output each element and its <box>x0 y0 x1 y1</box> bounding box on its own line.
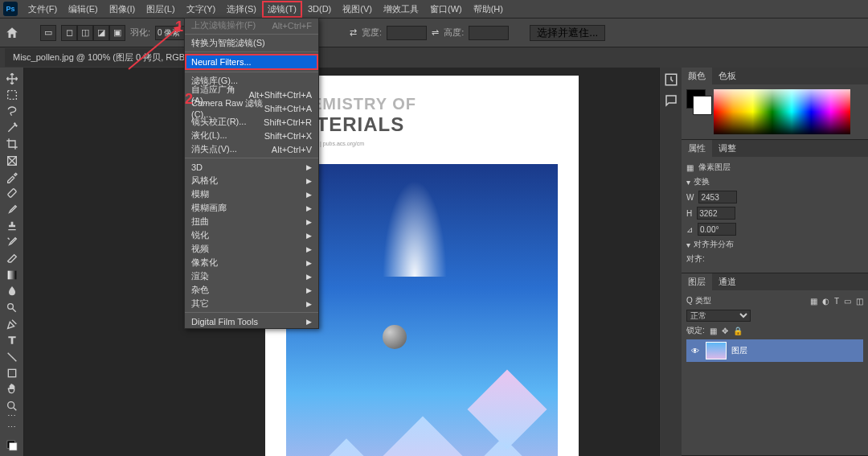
heal-tool-icon[interactable] <box>2 185 22 201</box>
menu-item[interactable]: 渲染▶ <box>185 269 318 283</box>
menu-item[interactable]: Camera Raw 滤镜(C)...Shift+Ctrl+A <box>185 101 318 115</box>
frame-tool-icon[interactable] <box>2 153 22 169</box>
move-tool-icon[interactable] <box>2 71 22 87</box>
menu-item[interactable]: 杂色▶ <box>185 283 318 297</box>
home-icon[interactable] <box>5 26 19 40</box>
document-tabbar: Misc_pollen.jpg @ 100% (图层 0 拷贝, RGB/8) … <box>0 47 868 68</box>
filter-pixel-icon[interactable]: ▦ <box>810 297 817 306</box>
menu-type[interactable]: 文字(Y) <box>181 1 222 18</box>
wand-tool-icon[interactable] <box>2 120 22 136</box>
crop-tool-icon[interactable] <box>2 136 22 152</box>
shape-tool-icon[interactable] <box>2 365 22 381</box>
menu-item[interactable]: 风格化▶ <box>185 174 318 187</box>
bg-color-swatch[interactable] <box>693 96 712 115</box>
svg-point-4 <box>7 303 13 309</box>
menu-item[interactable]: 模糊▶ <box>185 187 318 201</box>
menu-window[interactable]: 窗口(W) <box>424 1 468 18</box>
menu-layer[interactable]: 图层(L) <box>141 1 180 18</box>
edit-toolbar-icon[interactable]: ⋯ <box>2 419 22 435</box>
menu-3d[interactable]: 3D(D) <box>302 2 337 16</box>
lock-all-icon[interactable]: 🔒 <box>733 327 743 335</box>
eyedropper-tool-icon[interactable] <box>2 169 22 185</box>
blend-mode-select[interactable]: 正常 <box>686 310 751 322</box>
menu-item[interactable]: 锐化▶ <box>185 228 318 242</box>
menu-item[interactable]: 消失点(V)...Alt+Ctrl+V <box>185 142 318 156</box>
selection-add-icon[interactable]: ◫ <box>77 25 93 41</box>
menubar: Ps 文件(F) 编辑(E) 图像(I) 图层(L) 文字(Y) 选择(S) 滤… <box>0 0 868 18</box>
menu-file[interactable]: 文件(F) <box>23 1 63 18</box>
path-tool-icon[interactable] <box>2 349 22 365</box>
divider <box>185 72 318 72</box>
marquee-tool-icon[interactable] <box>2 87 22 103</box>
menu-item[interactable]: 液化(L)...Shift+Ctrl+X <box>185 129 318 142</box>
tab-properties[interactable]: 属性 <box>682 140 712 157</box>
history-panel-icon[interactable] <box>664 72 678 87</box>
menu-item[interactable]: 3D▶ <box>185 160 318 174</box>
menu-item[interactable]: 其它▶ <box>185 297 318 310</box>
swap-icon[interactable]: ⇄ <box>350 27 357 38</box>
menu-select[interactable]: 选择(S) <box>221 1 262 18</box>
menu-help[interactable]: 帮助(H) <box>468 1 509 18</box>
width-input[interactable] <box>387 26 427 40</box>
filter-type-icon[interactable]: T <box>834 297 839 306</box>
height-input[interactable] <box>469 26 509 40</box>
lock-position-icon[interactable]: ✥ <box>722 327 728 335</box>
pen-tool-icon[interactable] <box>2 316 22 332</box>
menu-item[interactable]: 视频▶ <box>185 242 318 256</box>
menu-item[interactable]: 扭曲▶ <box>185 215 318 228</box>
menu-edit[interactable]: 编辑(E) <box>63 1 104 18</box>
selection-intersect-icon[interactable]: ▣ <box>109 25 125 41</box>
hand-tool-icon[interactable] <box>2 381 22 397</box>
lasso-tool-icon[interactable] <box>2 104 22 120</box>
gradient-tool-icon[interactable] <box>2 267 22 283</box>
tab-channels[interactable]: 通道 <box>712 273 743 290</box>
blur-tool-icon[interactable] <box>2 283 22 299</box>
type-tool-icon[interactable] <box>2 332 22 348</box>
layer-name[interactable]: 图层 <box>731 345 747 356</box>
menu-item-label: 转换为智能滤镜(S) <box>191 37 265 49</box>
marquee-tool-icon[interactable]: ▭ <box>40 25 56 41</box>
svg-rect-3 <box>7 271 16 280</box>
select-mask-button[interactable]: 选择并遮住... <box>530 25 605 41</box>
menu-item[interactable]: Neural Filters... <box>185 54 318 70</box>
menu-item[interactable]: 模糊画廊▶ <box>185 201 318 215</box>
transform-angle-input[interactable] <box>698 223 736 236</box>
tab-color[interactable]: 颜色 <box>682 68 712 84</box>
menu-item[interactable]: 像素化▶ <box>185 256 318 269</box>
filter-smart-icon[interactable]: ◫ <box>856 297 863 306</box>
stamp-tool-icon[interactable] <box>2 218 22 234</box>
color-swatches-icon[interactable] <box>2 435 22 456</box>
filter-shape-icon[interactable]: ▭ <box>844 297 851 306</box>
menu-view[interactable]: 视图(V) <box>337 1 378 18</box>
dodge-tool-icon[interactable] <box>2 300 22 316</box>
visibility-icon[interactable]: 👁 <box>690 345 701 356</box>
transform-h-input[interactable] <box>697 207 735 220</box>
transform-w-input[interactable] <box>698 191 737 203</box>
divider <box>185 51 318 52</box>
lock-pixels-icon[interactable]: ▦ <box>710 327 717 335</box>
menu-image[interactable]: 图像(I) <box>104 1 141 18</box>
menu-filter[interactable]: 滤镜(T) <box>262 1 302 18</box>
chevron-down-icon[interactable]: ▾ <box>686 178 690 187</box>
tab-adjust[interactable]: 调整 <box>712 140 743 157</box>
layer-thumb[interactable] <box>706 342 727 359</box>
selection-subtract-icon[interactable]: ◪ <box>93 25 109 41</box>
canvas-zone[interactable]: CHEMISTRY OF MATERIALS NUMBER 20 | pubs.… <box>24 68 659 456</box>
selection-new-icon[interactable]: ◻ <box>61 25 77 41</box>
tab-layers[interactable]: 图层 <box>682 273 712 290</box>
menu-plugins[interactable]: 增效工具 <box>378 1 424 18</box>
menu-item[interactable]: 转换为智能滤镜(S) <box>185 36 318 50</box>
menu-item[interactable]: Digital Film Tools▶ <box>185 314 318 328</box>
history-brush-icon[interactable] <box>2 234 22 250</box>
filter-adjust-icon[interactable]: ◐ <box>822 297 829 306</box>
tab-swatches[interactable]: 色板 <box>712 68 743 84</box>
brush-tool-icon[interactable] <box>2 202 22 218</box>
layer-row[interactable]: 👁 图层 <box>686 339 863 362</box>
chevron-right-icon: ▶ <box>306 218 312 226</box>
comments-panel-icon[interactable] <box>664 93 678 108</box>
align-sub-label: 对齐: <box>686 253 705 265</box>
eraser-tool-icon[interactable] <box>2 251 22 267</box>
chevron-down-icon[interactable]: ▾ <box>686 240 690 249</box>
color-spectrum[interactable] <box>714 89 850 134</box>
link-icon[interactable]: ⇌ <box>432 27 439 38</box>
